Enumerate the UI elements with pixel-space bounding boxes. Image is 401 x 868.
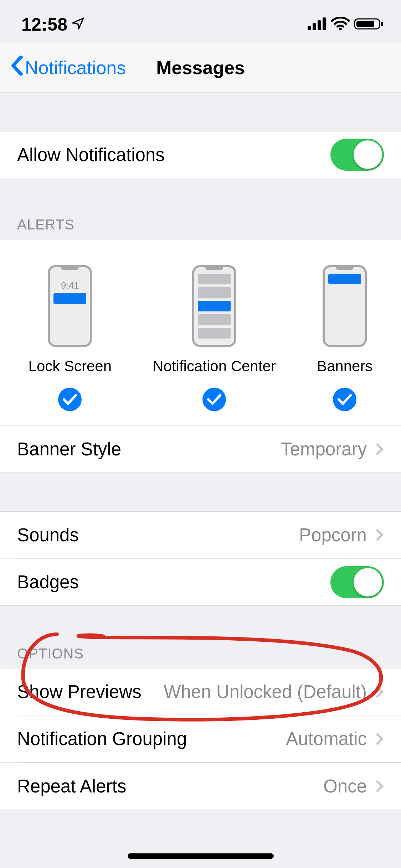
banners-preview-icon [323, 265, 367, 347]
back-button[interactable]: Notifications [11, 56, 126, 80]
badges-label: Badges [17, 572, 79, 593]
notification-grouping-label: Notification Grouping [17, 728, 187, 749]
wifi-icon [331, 17, 350, 32]
sounds-row[interactable]: Sounds Popcorn [0, 511, 401, 558]
battery-icon [354, 17, 383, 32]
notification-grouping-row[interactable]: Notification Grouping Automatic [0, 715, 401, 763]
chevron-right-icon [371, 686, 384, 698]
banner-style-value: Temporary [281, 439, 367, 460]
svg-rect-6 [356, 21, 374, 27]
chevron-right-icon [371, 733, 384, 745]
lock-screen-label: Lock Screen [29, 358, 112, 375]
chevron-left-icon [11, 56, 24, 80]
spacer [0, 473, 401, 511]
alert-type-notification-center[interactable]: Notification Center [153, 265, 276, 411]
lock-screen-preview-icon: 9:41 [48, 265, 92, 347]
back-label: Notifications [25, 57, 126, 78]
svg-rect-3 [323, 17, 326, 30]
banner-style-label: Banner Style [17, 439, 121, 460]
show-previews-row[interactable]: Show Previews When Unlocked (Default) [0, 668, 401, 715]
notification-center-preview-icon [192, 265, 236, 347]
notification-center-label: Notification Center [153, 358, 276, 375]
allow-notifications-row[interactable]: Allow Notifications [0, 131, 401, 178]
notification-grouping-value: Automatic [286, 728, 367, 749]
status-bar: 12:58 [0, 0, 401, 43]
svg-rect-1 [313, 23, 316, 30]
location-icon [71, 14, 85, 35]
chevron-right-icon [371, 529, 384, 541]
cellular-icon [308, 17, 327, 32]
banners-label: Banners [317, 358, 372, 375]
alerts-panel: 9:41 Lock Screen Notification Center [0, 239, 401, 473]
svg-rect-0 [308, 26, 311, 30]
badges-row[interactable]: Badges [0, 559, 401, 606]
alerts-section-header: ALERTS [0, 178, 401, 239]
chevron-right-icon [371, 780, 384, 792]
home-indicator[interactable] [128, 853, 274, 859]
alert-types-row: 9:41 Lock Screen Notification Center [0, 239, 401, 426]
repeat-alerts-label: Repeat Alerts [17, 776, 126, 797]
sounds-value: Popcorn [299, 525, 367, 546]
svg-point-4 [339, 28, 342, 31]
banners-checkmark[interactable] [333, 388, 356, 411]
status-time: 12:58 [21, 14, 67, 35]
chevron-right-icon [371, 443, 384, 455]
badges-toggle[interactable] [330, 566, 384, 598]
status-right [308, 17, 383, 32]
allow-notifications-label: Allow Notifications [17, 144, 165, 165]
lock-screen-checkmark[interactable] [58, 388, 82, 411]
sounds-label: Sounds [17, 525, 79, 546]
navigation-bar: Notifications Messages [0, 43, 401, 93]
show-previews-value: When Unlocked (Default) [164, 681, 367, 702]
svg-rect-2 [318, 20, 321, 30]
allow-notifications-toggle[interactable] [330, 139, 384, 171]
lock-screen-mock-time: 9:41 [50, 280, 90, 291]
svg-rect-7 [381, 22, 383, 26]
status-time-group: 12:58 [21, 14, 85, 35]
alert-type-banners[interactable]: Banners [317, 265, 372, 411]
show-previews-label: Show Previews [17, 681, 142, 702]
alert-type-lock-screen[interactable]: 9:41 Lock Screen [29, 265, 112, 411]
repeat-alerts-row[interactable]: Repeat Alerts Once [0, 763, 401, 810]
repeat-alerts-value: Once [323, 776, 367, 797]
banner-style-row[interactable]: Banner Style Temporary [0, 426, 401, 473]
notification-center-checkmark[interactable] [202, 388, 226, 411]
spacer [0, 93, 401, 131]
options-section-header: OPTIONS [0, 606, 401, 668]
